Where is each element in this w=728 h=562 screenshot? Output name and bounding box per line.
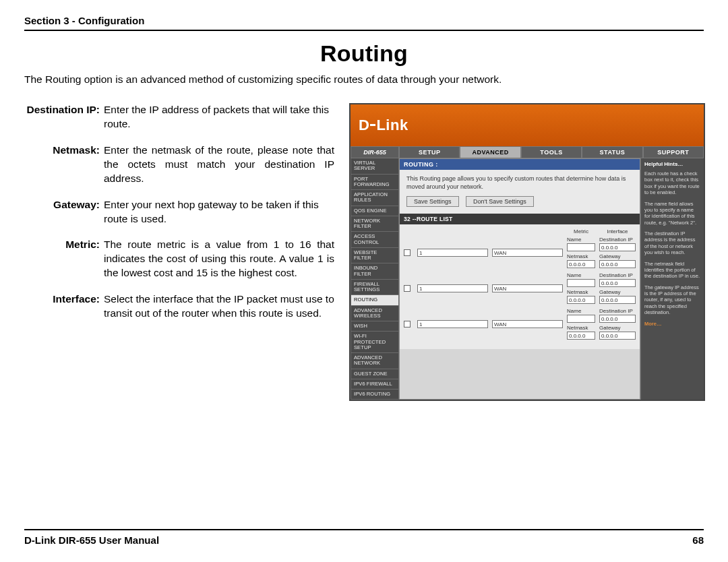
input-dest[interactable]: 0.0.0.0 [599, 315, 636, 323]
label-gateway: Gateway [599, 325, 636, 331]
routelist-col-labels: Metric Interface [404, 228, 636, 235]
label-dest: Destination IP [599, 237, 636, 243]
label-dest: Destination IP [599, 308, 636, 314]
label-gateway: Gateway [599, 289, 636, 295]
route-row: Name Destination IP0.0.0.0 1 WAN Netmask… [404, 272, 636, 304]
label-netmask: Netmask [567, 325, 595, 331]
sidebar-item-virtual-server[interactable]: VIRTUAL SERVER [351, 158, 399, 175]
input-dest[interactable]: 0.0.0.0 [599, 243, 636, 251]
input-gateway[interactable]: 0.0.0.0 [599, 260, 636, 268]
sidebar-item-ipv6-firewall[interactable]: IPV6 FIREWALL [351, 379, 399, 389]
hints-p4: The netmask field identifies the portion… [644, 261, 700, 280]
sidebar-item-routing[interactable]: ROUTING [351, 295, 399, 305]
input-metric[interactable]: 1 [417, 249, 488, 257]
routelist: Metric Interface Name Destination IP0.0.… [400, 224, 640, 349]
input-netmask[interactable]: 0.0.0.0 [567, 260, 595, 268]
select-interface[interactable]: WAN [492, 284, 563, 292]
tab-status[interactable]: STATUS [582, 146, 642, 158]
sidebar-item-qos-engine[interactable]: QOS ENGINE [351, 206, 399, 216]
def-body: The route metric is a value from 1 to 16… [104, 238, 334, 280]
def-label: Destination IP: [24, 103, 104, 131]
sidebar-item-advanced-wireless[interactable]: ADVANCED WIRELESS [351, 306, 399, 322]
hints-p5: The gateway IP address is the IP address… [644, 284, 700, 316]
def-label: Interface: [24, 292, 104, 321]
page-title: Routing [24, 40, 704, 67]
hints-p1: Each route has a check box next to it, c… [644, 170, 700, 196]
col-interface: Interface [599, 228, 636, 235]
footer-page-number: 68 [692, 534, 704, 546]
sidebar-item-firewall-settings[interactable]: FIREWALL SETTINGS [351, 280, 399, 296]
sidebar-item-ipv6-routing[interactable]: IPV6 ROUTING [351, 389, 399, 400]
input-name[interactable] [567, 279, 595, 287]
hints-p3: The destination IP address is the addres… [644, 230, 700, 256]
def-gateway: Gateway: Enter your next hop gateway to … [24, 198, 334, 226]
brand-logo: DLink [359, 117, 408, 134]
hints-more-link[interactable]: More… [644, 321, 700, 327]
sidebar-item-port-forwarding[interactable]: PORT FORWARDING [351, 175, 399, 191]
dont-save-settings-button[interactable]: Don't Save Settings [466, 196, 534, 207]
input-metric[interactable]: 1 [417, 284, 488, 292]
hints-title: Helpful Hints… [644, 161, 700, 168]
input-name[interactable] [567, 315, 595, 323]
def-body: Enter your next hop gateway to be taken … [104, 198, 334, 226]
route-row: Name Destination IP0.0.0.0 1 WAN Netmask… [404, 237, 636, 268]
def-destination-ip: Destination IP: Enter the IP address of … [24, 103, 334, 131]
tab-row: DIR-655 SETUP ADVANCED TOOLS STATUS SUPP… [351, 146, 704, 158]
panel-title: ROUTING : [400, 159, 640, 170]
sidebar-item-website-filter[interactable]: WEBSITE FILTER [351, 248, 399, 264]
input-gateway[interactable]: 0.0.0.0 [599, 296, 636, 304]
panel-desc-box: This Routing page allows you to specify … [400, 170, 640, 214]
label-netmask: Netmask [567, 253, 595, 259]
route-enable-checkbox[interactable] [404, 285, 411, 292]
section-header: Section 3 - Configuration [24, 15, 704, 31]
def-netmask: Netmask: Enter the netmask of the route,… [24, 144, 334, 186]
tab-setup[interactable]: SETUP [399, 146, 460, 158]
tab-tools[interactable]: TOOLS [521, 146, 582, 158]
sidebar-item-wifi-protected-setup[interactable]: WI-FI PROTECTED SETUP [351, 332, 399, 353]
definitions-list: Destination IP: Enter the IP address of … [24, 103, 334, 333]
def-label: Netmask: [24, 144, 104, 186]
label-netmask: Netmask [567, 289, 595, 295]
sidebar-item-guest-zone[interactable]: GUEST ZONE [351, 369, 399, 379]
sidebar: VIRTUAL SERVER PORT FORWARDING APPLICATI… [351, 158, 399, 400]
save-settings-button[interactable]: Save Settings [406, 196, 459, 207]
label-name: Name [567, 308, 595, 314]
center-panel: ROUTING : This Routing page allows you t… [399, 158, 640, 400]
tab-support[interactable]: SUPPORT [643, 146, 704, 158]
panel-desc: This Routing page allows you to specify … [406, 175, 633, 191]
select-interface[interactable]: WAN [492, 320, 563, 328]
hints-p2: The name field allows you to specify a n… [644, 201, 700, 226]
page-footer: D-Link DIR-655 User Manual 68 [24, 529, 704, 546]
sidebar-item-application-rules[interactable]: APPLICATION RULES [351, 190, 399, 206]
def-metric: Metric: The route metric is a value from… [24, 238, 334, 280]
select-interface[interactable]: WAN [492, 249, 563, 257]
tab-advanced[interactable]: ADVANCED [460, 146, 520, 158]
input-dest[interactable]: 0.0.0.0 [599, 279, 636, 287]
sidebar-item-network-filter[interactable]: NETWORK FILTER [351, 216, 399, 232]
label-gateway: Gateway [599, 253, 636, 259]
model-badge: DIR-655 [351, 146, 399, 158]
router-header: DLink [351, 104, 704, 146]
def-body: Select the interface that the IP packet … [104, 292, 334, 321]
footer-left: D-Link DIR-655 User Manual [24, 534, 159, 546]
router-screenshot: DLink DIR-655 SETUP ADVANCED TOOLS STATU… [349, 103, 705, 401]
route-enable-checkbox[interactable] [404, 321, 411, 327]
label-name: Name [567, 272, 595, 278]
input-name[interactable] [567, 243, 595, 251]
label-dest: Destination IP [599, 272, 636, 278]
sidebar-item-wish[interactable]: WISH [351, 321, 399, 332]
route-enable-checkbox[interactable] [404, 249, 411, 256]
def-label: Gateway: [24, 198, 104, 226]
sidebar-item-access-control[interactable]: ACCESS CONTROL [351, 232, 399, 248]
sidebar-item-advanced-network[interactable]: ADVANCED NETWORK [351, 353, 399, 369]
col-metric: Metric [567, 228, 595, 235]
input-netmask[interactable]: 0.0.0.0 [567, 296, 595, 304]
input-gateway[interactable]: 0.0.0.0 [599, 332, 636, 340]
input-netmask[interactable]: 0.0.0.0 [567, 332, 595, 340]
intro-text: The Routing option is an advanced method… [24, 73, 704, 86]
sidebar-item-inbound-filter[interactable]: INBOUND FILTER [351, 263, 399, 280]
input-metric[interactable]: 1 [417, 320, 488, 328]
helpful-hints: Helpful Hints… Each route has a check bo… [640, 158, 704, 400]
def-interface: Interface: Select the interface that the… [24, 292, 334, 321]
routelist-title: 32 --ROUTE LIST [400, 214, 640, 224]
